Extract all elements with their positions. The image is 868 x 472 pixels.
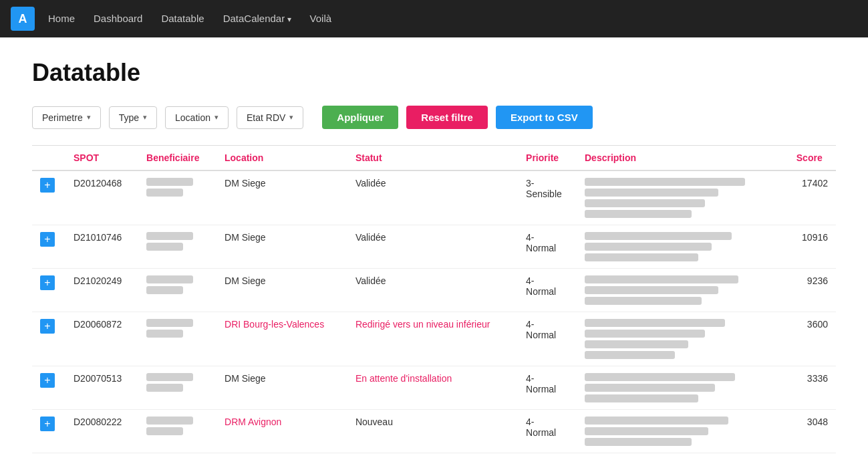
col-description: Description	[577, 146, 788, 171]
spot-id: D20060872	[65, 312, 138, 366]
expand-cell: +	[32, 170, 65, 225]
spot-id: D21020249	[65, 269, 138, 312]
expand-cell: +	[32, 269, 65, 312]
filter-location[interactable]: Location	[165, 106, 229, 129]
statut-cell: Redirigé vers un niveau inférieur	[347, 312, 518, 366]
spot-id: D20070513	[65, 366, 138, 410]
beneficiaire-cell	[138, 366, 216, 410]
description-cell	[577, 269, 788, 312]
filter-perimetre[interactable]: Perimetre	[32, 106, 101, 129]
navbar: A Home Dashboard Datatable DataCalendar …	[0, 0, 868, 37]
filter-etat-rdv[interactable]: Etat RDV	[237, 106, 303, 129]
apply-button[interactable]: Appliquer	[322, 106, 398, 129]
location-cell: DM Siege	[216, 170, 347, 225]
score-cell: 10916	[788, 225, 836, 269]
location-cell: DM Siege	[216, 225, 347, 269]
description-cell	[577, 410, 788, 453]
score-cell: 17402	[788, 170, 836, 225]
description-cell	[577, 366, 788, 410]
location-cell: DM Siege	[216, 366, 347, 410]
statut-cell: En attente d'installation	[347, 366, 518, 410]
col-statut: Statut	[347, 146, 518, 171]
col-priorite: Priorite	[518, 146, 577, 171]
score-cell: 3336	[788, 366, 836, 410]
statut-cell: Validée	[347, 269, 518, 312]
beneficiaire-cell	[138, 225, 216, 269]
nav-voila[interactable]: Voilà	[310, 13, 332, 24]
priorite-cell: 4- Normal	[518, 225, 577, 269]
expand-button[interactable]: +	[40, 319, 55, 334]
beneficiaire-cell	[138, 269, 216, 312]
statut-cell: Validée	[347, 225, 518, 269]
statut-cell: Nouveau	[347, 410, 518, 453]
nav-datatable[interactable]: Datatable	[161, 13, 204, 24]
statut-cell: Validée	[347, 170, 518, 225]
col-expand	[32, 146, 65, 171]
expand-button[interactable]: +	[40, 417, 55, 431]
expand-cell: +	[32, 312, 65, 366]
location-cell: DRM Avignon	[216, 410, 347, 453]
page-title: Datatable	[32, 59, 836, 87]
expand-cell: +	[32, 410, 65, 453]
data-table: SPOT Beneficiaire Location Statut Priori…	[32, 145, 836, 453]
priorite-cell: 4- Normal	[518, 269, 577, 312]
expand-cell: +	[32, 366, 65, 410]
col-location: Location	[216, 146, 347, 171]
spot-id: D20080222	[65, 410, 138, 453]
table-row: +D20080222DRM AvignonNouveau4- Normal304…	[32, 410, 836, 453]
location-cell: DRI Bourg-les-Valences	[216, 312, 347, 366]
spot-id: D20120468	[65, 170, 138, 225]
nav-datacalendar[interactable]: DataCalendar	[223, 13, 291, 24]
expand-button[interactable]: +	[40, 275, 55, 290]
table-row: +D21020249DM SiegeValidée4- Normal9236	[32, 269, 836, 312]
priorite-cell: 4- Normal	[518, 312, 577, 366]
location-cell: DM Siege	[216, 269, 347, 312]
nav-links: Home Dashboard Datatable DataCalendar Vo…	[48, 13, 331, 25]
reset-filter-button[interactable]: Reset filtre	[406, 106, 488, 129]
beneficiaire-cell	[138, 170, 216, 225]
expand-cell: +	[32, 225, 65, 269]
priorite-cell: 3- Sensible	[518, 170, 577, 225]
filter-type[interactable]: Type	[109, 106, 157, 129]
col-spot: SPOT	[65, 146, 138, 171]
col-score: Score	[788, 146, 836, 171]
expand-button[interactable]: +	[40, 178, 55, 193]
table-row: +D21010746DM SiegeValidée4- Normal10916	[32, 225, 836, 269]
table-row: +D20120468DM SiegeValidée3- Sensible1740…	[32, 170, 836, 225]
score-cell: 3048	[788, 410, 836, 453]
nav-home[interactable]: Home	[48, 13, 75, 24]
description-cell	[577, 225, 788, 269]
expand-button[interactable]: +	[40, 232, 55, 247]
nav-logo: A	[11, 7, 35, 31]
priorite-cell: 4- Normal	[518, 410, 577, 453]
filters-bar: Perimetre Type Location Etat RDV Appliqu…	[32, 106, 836, 129]
description-cell	[577, 312, 788, 366]
beneficiaire-cell	[138, 410, 216, 453]
table-row: +D20070513DM SiegeEn attente d'installat…	[32, 366, 836, 410]
spot-id: D21010746	[65, 225, 138, 269]
export-csv-button[interactable]: Export to CSV	[496, 106, 593, 129]
col-beneficiaire: Beneficiaire	[138, 146, 216, 171]
expand-button[interactable]: +	[40, 373, 55, 388]
table-wrapper: SPOT Beneficiaire Location Statut Priori…	[32, 145, 836, 453]
page-content: Datatable Perimetre Type Location Etat R…	[0, 37, 868, 472]
description-cell	[577, 170, 788, 225]
nav-dashboard[interactable]: Dashboard	[94, 13, 142, 24]
score-cell: 3600	[788, 312, 836, 366]
table-header-row: SPOT Beneficiaire Location Statut Priori…	[32, 146, 836, 171]
priorite-cell: 4- Normal	[518, 366, 577, 410]
table-row: +D20060872DRI Bourg-les-ValencesRedirigé…	[32, 312, 836, 366]
score-cell: 9236	[788, 269, 836, 312]
beneficiaire-cell	[138, 312, 216, 366]
